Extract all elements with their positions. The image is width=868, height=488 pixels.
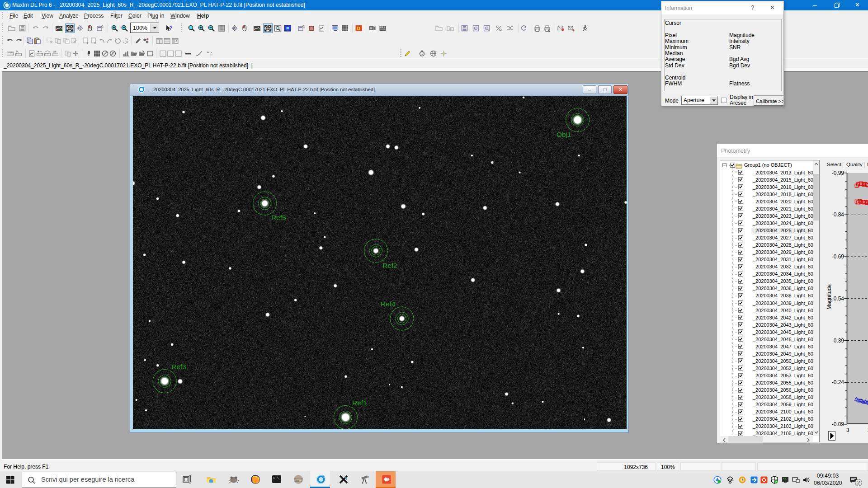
svg-text:C:\_: C:\_ xyxy=(273,476,281,480)
svg-text:-0.84: -0.84 xyxy=(832,211,844,218)
svg-text:?: ? xyxy=(169,25,172,31)
svg-text:-0.99: -0.99 xyxy=(832,170,844,176)
svg-text:D: D xyxy=(357,26,360,31)
svg-text:-0.39: -0.39 xyxy=(832,338,844,344)
svg-text:Ref4: Ref4 xyxy=(381,300,396,308)
svg-text:-0.09: -0.09 xyxy=(832,421,844,427)
svg-text:Ref2: Ref2 xyxy=(382,262,397,269)
svg-text:Ref5: Ref5 xyxy=(271,214,286,221)
svg-text:3: 3 xyxy=(846,427,849,433)
svg-text:-0.24: -0.24 xyxy=(832,379,844,385)
svg-text:Ref3: Ref3 xyxy=(171,363,186,371)
svg-text:-0.69: -0.69 xyxy=(832,253,844,260)
svg-text:7: 7 xyxy=(112,52,113,55)
svg-text:Obj1: Obj1 xyxy=(557,131,571,138)
svg-text:M: M xyxy=(53,50,57,54)
svg-text:-0.54: -0.54 xyxy=(832,296,844,302)
svg-text:θ: θ xyxy=(126,40,128,44)
svg-text:Ref1: Ref1 xyxy=(352,399,367,407)
